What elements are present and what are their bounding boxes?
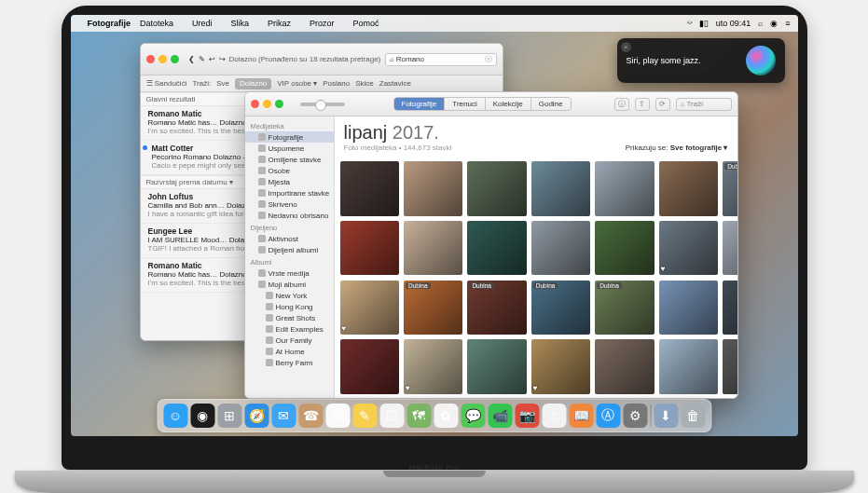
photo-thumbnail[interactable] bbox=[595, 339, 654, 394]
scope-inbox[interactable]: Dolazno bbox=[235, 78, 271, 89]
dock-photobooth[interactable]: 📷 bbox=[515, 404, 539, 428]
zoom-window-button[interactable] bbox=[171, 55, 179, 63]
sidebar-item-osobe[interactable]: Osobe bbox=[245, 165, 334, 176]
photo-thumbnail[interactable]: Dubina bbox=[404, 281, 462, 336]
mail-nav-back-icon[interactable]: ❮ bbox=[188, 55, 195, 63]
dock-itunes[interactable]: ♫ bbox=[542, 404, 566, 428]
siri-menubar-icon[interactable]: ◉ bbox=[770, 19, 778, 28]
zoom-window-button[interactable] bbox=[275, 100, 283, 108]
photo-thumbnail[interactable] bbox=[340, 221, 399, 276]
photo-thumbnail[interactable]: Dubina bbox=[531, 281, 590, 336]
photo-thumbnail[interactable] bbox=[467, 339, 526, 394]
photo-thumbnail[interactable]: Dubina bbox=[595, 281, 654, 336]
photo-thumbnail[interactable] bbox=[404, 161, 462, 216]
dock-mail[interactable]: ✉ bbox=[271, 404, 296, 428]
mail-compose-icon[interactable]: ✎ bbox=[199, 55, 205, 63]
close-window-button[interactable] bbox=[251, 100, 259, 108]
photo-thumbnail[interactable]: ♥ bbox=[404, 339, 462, 394]
sidebar-item-aktivnost[interactable]: Aktivnost bbox=[245, 233, 334, 244]
sidebar-item-skriveno[interactable]: Skriveno bbox=[245, 199, 334, 210]
scope-flagged[interactable]: Zastavice bbox=[379, 79, 411, 88]
spotlight-icon[interactable]: ⌕ bbox=[758, 19, 763, 28]
dock-safari[interactable]: 🧭 bbox=[244, 404, 269, 428]
photo-thumbnail[interactable] bbox=[659, 281, 718, 336]
photo-thumbnail[interactable] bbox=[723, 221, 737, 276]
rotate-icon[interactable]: ⟳ bbox=[655, 98, 670, 111]
photo-thumbnail[interactable]: Dubina bbox=[467, 281, 526, 336]
dock-launchpad[interactable]: ⊞ bbox=[217, 404, 241, 428]
sidebar-item-mjesta[interactable]: Mjesta bbox=[245, 176, 334, 187]
sidebar-item-great shots[interactable]: Great Shots bbox=[245, 312, 334, 323]
mail-reply-icon[interactable]: ↩︎ bbox=[209, 55, 215, 63]
segment-godine[interactable]: Godine bbox=[531, 98, 571, 110]
dock-reminders[interactable]: ☑ bbox=[379, 404, 404, 428]
segment-kolekcije[interactable]: Kolekcije bbox=[486, 98, 531, 110]
photo-thumbnail[interactable] bbox=[467, 221, 526, 276]
dock-contacts[interactable]: ☎ bbox=[298, 404, 323, 428]
photo-thumbnail[interactable] bbox=[467, 161, 526, 216]
dock-photos[interactable]: ✿ bbox=[434, 404, 458, 428]
dock-finder[interactable]: ☺ bbox=[163, 404, 187, 428]
app-name[interactable]: Fotografije bbox=[88, 19, 131, 28]
dock-messages[interactable]: 💬 bbox=[461, 404, 485, 428]
photo-thumbnail[interactable] bbox=[595, 161, 654, 216]
dock-preferences[interactable]: ⚙ bbox=[623, 404, 647, 428]
photo-thumbnail[interactable] bbox=[404, 221, 462, 276]
clear-search-icon[interactable]: ⓧ bbox=[485, 54, 492, 64]
view-segmented-control[interactable]: FotografijeTrenuciKolekcijeGodine bbox=[393, 97, 572, 111]
sidebar-item-vrste medija[interactable]: Vrste medija bbox=[245, 267, 334, 279]
mail-search-input[interactable]: ⌕ Romano ⓧ bbox=[385, 53, 497, 66]
photo-thumbnail[interactable] bbox=[659, 339, 718, 394]
dock-trash[interactable]: 🗑 bbox=[681, 404, 705, 428]
sidebar-item-new york[interactable]: New York bbox=[245, 290, 334, 301]
photo-thumbnail[interactable] bbox=[531, 221, 590, 276]
close-icon[interactable]: × bbox=[621, 42, 631, 52]
photo-thumbnail[interactable]: ♥ bbox=[659, 221, 718, 276]
menu-pomoć[interactable]: Pomoć bbox=[353, 19, 379, 28]
scope-drafts[interactable]: Skice bbox=[355, 79, 374, 88]
sidebar-item-dijeljeni albumi[interactable]: Dijeljeni albumi bbox=[245, 244, 334, 255]
menu-datoteka[interactable]: Datoteka bbox=[140, 19, 173, 28]
info-icon[interactable]: ⓘ bbox=[614, 98, 629, 111]
dock-siri[interactable]: ◉ bbox=[190, 404, 214, 428]
segment-trenuci[interactable]: Trenuci bbox=[445, 98, 485, 110]
mail-forward-icon[interactable]: ↪︎ bbox=[219, 55, 226, 63]
sidebar-item-fotografije[interactable]: Fotografije bbox=[245, 131, 334, 143]
dock-ibooks[interactable]: 📖 bbox=[569, 404, 593, 428]
clock[interactable]: uto 09:41 bbox=[716, 19, 751, 28]
sidebar-item-omiljene stavke[interactable]: Omiljene stavke bbox=[245, 154, 334, 165]
sidebar-item-our family[interactable]: Our Family bbox=[245, 335, 334, 346]
photo-thumbnail[interactable] bbox=[340, 339, 399, 394]
dock-facetime[interactable]: 📹 bbox=[488, 404, 512, 428]
photos-search-input[interactable]: ⌕ Traži bbox=[676, 98, 732, 111]
sidebar-item-importirane stavke[interactable]: Importirane stavke bbox=[245, 187, 334, 199]
sidebar-item-berry farm[interactable]: Berry Farm bbox=[245, 357, 334, 368]
photo-thumbnail[interactable]: Dubina bbox=[723, 161, 737, 216]
sidebar-item-at home[interactable]: At Home bbox=[245, 346, 334, 357]
zoom-slider[interactable] bbox=[300, 103, 345, 106]
siri-orb-icon[interactable] bbox=[746, 46, 776, 75]
battery-icon[interactable]: ▮▯ bbox=[699, 19, 709, 28]
mailboxes-button[interactable]: ☰ Sandučići bbox=[146, 79, 187, 88]
sidebar-item-uspomene[interactable]: Uspomene bbox=[245, 143, 334, 154]
dock-calendar[interactable]: 🗓 bbox=[325, 404, 350, 428]
menu-slika[interactable]: Slika bbox=[231, 19, 250, 28]
scope-vip[interactable]: VIP osobe ▾ bbox=[277, 79, 317, 88]
wifi-icon[interactable]: ⌔ bbox=[687, 19, 692, 28]
photo-thumbnail[interactable] bbox=[531, 161, 590, 216]
photo-thumbnail[interactable] bbox=[723, 339, 737, 394]
photo-thumbnail[interactable] bbox=[723, 281, 737, 336]
scope-sent[interactable]: Poslano bbox=[323, 79, 350, 88]
minimize-window-button[interactable] bbox=[158, 55, 167, 63]
sidebar-item-nedavno obrisano[interactable]: Nedavno obrisano bbox=[245, 210, 334, 221]
segment-fotografije[interactable]: Fotografije bbox=[394, 98, 446, 110]
photo-thumbnail[interactable]: ♥ bbox=[531, 339, 590, 394]
view-filter-dropdown[interactable]: Prikazuju se: Sve fotografije ▾ bbox=[626, 144, 728, 152]
photo-thumbnail[interactable] bbox=[595, 221, 654, 276]
share-icon[interactable]: ⇪ bbox=[635, 98, 650, 111]
menu-prikaz[interactable]: Prikaz bbox=[268, 19, 291, 28]
dock-downloads[interactable]: ⬇ bbox=[654, 404, 678, 428]
menu-uredi[interactable]: Uredi bbox=[192, 19, 213, 28]
sidebar-item-moji albumi[interactable]: Moji albumi bbox=[245, 279, 334, 290]
sidebar-item-hong kong[interactable]: Hong Kong bbox=[245, 301, 334, 312]
